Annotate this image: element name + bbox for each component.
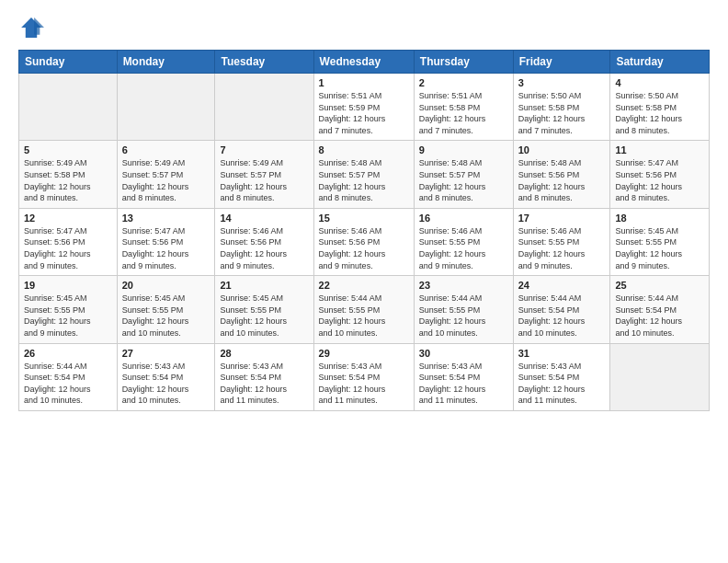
calendar-weekday-friday: Friday <box>513 51 610 74</box>
calendar-cell: 16Sunrise: 5:46 AM Sunset: 5:55 PM Dayli… <box>414 208 513 275</box>
day-info: Sunrise: 5:48 AM Sunset: 5:57 PM Dayligh… <box>419 157 508 203</box>
day-info: Sunrise: 5:51 AM Sunset: 5:59 PM Dayligh… <box>319 90 409 136</box>
day-number: 6 <box>122 144 210 155</box>
day-info: Sunrise: 5:43 AM Sunset: 5:54 PM Dayligh… <box>319 361 409 407</box>
calendar-cell: 23Sunrise: 5:44 AM Sunset: 5:55 PM Dayli… <box>414 276 513 343</box>
day-number: 3 <box>518 77 606 88</box>
calendar-cell <box>117 74 215 141</box>
calendar-cell: 30Sunrise: 5:43 AM Sunset: 5:54 PM Dayli… <box>414 343 513 410</box>
calendar-cell: 15Sunrise: 5:46 AM Sunset: 5:56 PM Dayli… <box>313 208 414 275</box>
day-number: 29 <box>319 348 409 359</box>
calendar-cell <box>610 343 710 410</box>
logo <box>18 15 48 40</box>
calendar-cell: 2Sunrise: 5:51 AM Sunset: 5:58 PM Daylig… <box>414 74 513 141</box>
day-number: 2 <box>419 77 508 88</box>
day-number: 10 <box>518 144 606 155</box>
day-number: 31 <box>518 348 606 359</box>
calendar-cell: 10Sunrise: 5:48 AM Sunset: 5:56 PM Dayli… <box>513 141 610 208</box>
calendar-cell: 13Sunrise: 5:47 AM Sunset: 5:56 PM Dayli… <box>117 208 215 275</box>
day-number: 11 <box>615 144 704 155</box>
calendar-cell: 11Sunrise: 5:47 AM Sunset: 5:56 PM Dayli… <box>610 141 710 208</box>
calendar-weekday-wednesday: Wednesday <box>313 51 414 74</box>
day-info: Sunrise: 5:43 AM Sunset: 5:54 PM Dayligh… <box>220 361 308 407</box>
calendar-cell: 5Sunrise: 5:49 AM Sunset: 5:58 PM Daylig… <box>19 141 118 208</box>
calendar-cell: 4Sunrise: 5:50 AM Sunset: 5:58 PM Daylig… <box>610 74 710 141</box>
day-number: 30 <box>419 348 508 359</box>
day-info: Sunrise: 5:44 AM Sunset: 5:54 PM Dayligh… <box>24 361 112 407</box>
day-info: Sunrise: 5:49 AM Sunset: 5:58 PM Dayligh… <box>24 157 112 203</box>
day-info: Sunrise: 5:45 AM Sunset: 5:55 PM Dayligh… <box>24 293 112 339</box>
day-number: 15 <box>319 213 409 224</box>
calendar-cell <box>19 74 118 141</box>
day-info: Sunrise: 5:50 AM Sunset: 5:58 PM Dayligh… <box>518 90 606 136</box>
day-info: Sunrise: 5:49 AM Sunset: 5:57 PM Dayligh… <box>220 157 308 203</box>
day-info: Sunrise: 5:50 AM Sunset: 5:58 PM Dayligh… <box>615 90 704 136</box>
day-info: Sunrise: 5:44 AM Sunset: 5:55 PM Dayligh… <box>419 293 508 339</box>
day-info: Sunrise: 5:47 AM Sunset: 5:56 PM Dayligh… <box>24 225 112 271</box>
calendar-week-row: 5Sunrise: 5:49 AM Sunset: 5:58 PM Daylig… <box>19 141 710 208</box>
day-number: 4 <box>615 77 704 88</box>
day-info: Sunrise: 5:45 AM Sunset: 5:55 PM Dayligh… <box>220 293 308 339</box>
calendar-cell: 21Sunrise: 5:45 AM Sunset: 5:55 PM Dayli… <box>215 276 313 343</box>
day-number: 9 <box>419 144 508 155</box>
day-number: 16 <box>419 213 508 224</box>
day-number: 27 <box>122 348 210 359</box>
day-info: Sunrise: 5:44 AM Sunset: 5:54 PM Dayligh… <box>615 293 704 339</box>
svg-marker-1 <box>34 17 44 35</box>
day-number: 22 <box>319 280 409 291</box>
day-info: Sunrise: 5:45 AM Sunset: 5:55 PM Dayligh… <box>615 225 704 271</box>
calendar-weekday-saturday: Saturday <box>610 51 710 74</box>
page: SundayMondayTuesdayWednesdayThursdayFrid… <box>0 0 728 563</box>
day-number: 5 <box>24 144 112 155</box>
calendar-week-row: 1Sunrise: 5:51 AM Sunset: 5:59 PM Daylig… <box>19 74 710 141</box>
day-info: Sunrise: 5:43 AM Sunset: 5:54 PM Dayligh… <box>122 361 210 407</box>
day-info: Sunrise: 5:43 AM Sunset: 5:54 PM Dayligh… <box>518 361 606 407</box>
calendar-cell: 9Sunrise: 5:48 AM Sunset: 5:57 PM Daylig… <box>414 141 513 208</box>
calendar-cell: 7Sunrise: 5:49 AM Sunset: 5:57 PM Daylig… <box>215 141 313 208</box>
day-info: Sunrise: 5:46 AM Sunset: 5:56 PM Dayligh… <box>220 225 308 271</box>
day-info: Sunrise: 5:43 AM Sunset: 5:54 PM Dayligh… <box>419 361 508 407</box>
calendar-cell: 17Sunrise: 5:46 AM Sunset: 5:55 PM Dayli… <box>513 208 610 275</box>
calendar-cell: 19Sunrise: 5:45 AM Sunset: 5:55 PM Dayli… <box>19 276 118 343</box>
day-number: 28 <box>220 348 308 359</box>
day-info: Sunrise: 5:45 AM Sunset: 5:55 PM Dayligh… <box>122 293 210 339</box>
calendar-table: SundayMondayTuesdayWednesdayThursdayFrid… <box>18 50 710 411</box>
calendar-cell: 6Sunrise: 5:49 AM Sunset: 5:57 PM Daylig… <box>117 141 215 208</box>
day-info: Sunrise: 5:46 AM Sunset: 5:56 PM Dayligh… <box>319 225 409 271</box>
calendar-cell: 12Sunrise: 5:47 AM Sunset: 5:56 PM Dayli… <box>19 208 118 275</box>
day-number: 25 <box>615 280 704 291</box>
calendar-weekday-sunday: Sunday <box>19 51 118 74</box>
calendar-cell: 25Sunrise: 5:44 AM Sunset: 5:54 PM Dayli… <box>610 276 710 343</box>
day-number: 1 <box>319 77 409 88</box>
day-info: Sunrise: 5:44 AM Sunset: 5:55 PM Dayligh… <box>319 293 409 339</box>
day-info: Sunrise: 5:46 AM Sunset: 5:55 PM Dayligh… <box>518 225 606 271</box>
day-number: 12 <box>24 213 112 224</box>
day-info: Sunrise: 5:47 AM Sunset: 5:56 PM Dayligh… <box>615 157 704 203</box>
calendar-cell: 28Sunrise: 5:43 AM Sunset: 5:54 PM Dayli… <box>215 343 313 410</box>
calendar-cell: 20Sunrise: 5:45 AM Sunset: 5:55 PM Dayli… <box>117 276 215 343</box>
day-info: Sunrise: 5:48 AM Sunset: 5:56 PM Dayligh… <box>518 157 606 203</box>
day-number: 26 <box>24 348 112 359</box>
day-info: Sunrise: 5:47 AM Sunset: 5:56 PM Dayligh… <box>122 225 210 271</box>
calendar-cell: 27Sunrise: 5:43 AM Sunset: 5:54 PM Dayli… <box>117 343 215 410</box>
calendar-cell: 3Sunrise: 5:50 AM Sunset: 5:58 PM Daylig… <box>513 74 610 141</box>
day-number: 20 <box>122 280 210 291</box>
day-number: 7 <box>220 144 308 155</box>
calendar-cell: 26Sunrise: 5:44 AM Sunset: 5:54 PM Dayli… <box>19 343 118 410</box>
calendar-cell <box>215 74 313 141</box>
calendar-weekday-monday: Monday <box>117 51 215 74</box>
calendar-cell: 22Sunrise: 5:44 AM Sunset: 5:55 PM Dayli… <box>313 276 414 343</box>
day-info: Sunrise: 5:46 AM Sunset: 5:55 PM Dayligh… <box>419 225 508 271</box>
calendar-cell: 24Sunrise: 5:44 AM Sunset: 5:54 PM Dayli… <box>513 276 610 343</box>
header <box>18 15 710 40</box>
day-number: 17 <box>518 213 606 224</box>
day-info: Sunrise: 5:44 AM Sunset: 5:54 PM Dayligh… <box>518 293 606 339</box>
day-number: 23 <box>419 280 508 291</box>
day-number: 18 <box>615 213 704 224</box>
day-number: 14 <box>220 213 308 224</box>
calendar-week-row: 19Sunrise: 5:45 AM Sunset: 5:55 PM Dayli… <box>19 276 710 343</box>
calendar-week-row: 12Sunrise: 5:47 AM Sunset: 5:56 PM Dayli… <box>19 208 710 275</box>
calendar-cell: 1Sunrise: 5:51 AM Sunset: 5:59 PM Daylig… <box>313 74 414 141</box>
day-number: 13 <box>122 213 210 224</box>
day-number: 8 <box>319 144 409 155</box>
